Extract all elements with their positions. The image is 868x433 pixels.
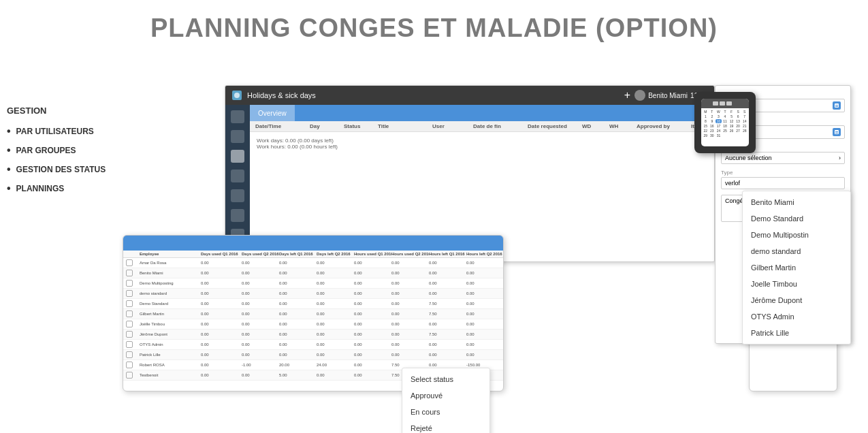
- sidebar-calendar-icon[interactable]: [231, 150, 244, 163]
- table-row: Benito Miami0.000.000.000.000.000.000.00…: [123, 268, 503, 278]
- status-select-status[interactable]: Select status: [402, 371, 489, 387]
- row-checkbox[interactable]: [126, 372, 133, 379]
- employee-name: Robert ROSA: [140, 363, 201, 367]
- svg-rect-1: [713, 101, 718, 106]
- sidebar-home-icon[interactable]: [231, 110, 244, 123]
- dropdown-item-patrick[interactable]: Patrick Lille: [743, 325, 850, 341]
- status-approuve[interactable]: Approuvé: [402, 387, 489, 404]
- cell-value: 0.00: [279, 291, 317, 295]
- cell-value: 0.00: [429, 363, 466, 367]
- table-row: Joëlle Timbou0.000.000.000.000.000.000.0…: [123, 319, 503, 330]
- dropdown-item-jerome[interactable]: Jérôme Dupont: [743, 292, 850, 308]
- employee-name: OTYS Admin: [140, 342, 201, 347]
- dropdown-item-demo-multipostin[interactable]: Demo Multipostin: [743, 227, 850, 243]
- list-item-plannings: PLANNINGS: [7, 182, 157, 195]
- info-rows: Work days: 0.00 (0.00 days left) Work ho…: [250, 132, 714, 155]
- date-fin-cal-btn[interactable]: [833, 128, 841, 136]
- dropdown-item-otys[interactable]: OTYS Admin: [743, 308, 850, 325]
- status-dropdown: Select status Approuvé En cours Rejeté: [402, 368, 490, 433]
- sidebar-doc-icon[interactable]: [231, 189, 244, 202]
- cell-value: 24.00: [317, 363, 354, 367]
- row-checkbox[interactable]: [126, 351, 133, 358]
- employee-name: Demo Standard: [140, 302, 201, 306]
- cell-value: 0.00: [466, 342, 503, 347]
- cell-value: 0.00: [279, 322, 317, 326]
- cell-value: 0.00: [242, 332, 279, 336]
- user-select[interactable]: Aucune sélection ›: [721, 152, 845, 164]
- row-checkbox[interactable]: [126, 362, 133, 368]
- cell-value: 0.00: [466, 261, 503, 265]
- cell-value: 0.00: [242, 373, 279, 377]
- row-checkbox[interactable]: [126, 290, 133, 297]
- cell-value: 0.00: [391, 291, 429, 295]
- dropdown-item-benito[interactable]: Benito Miami: [743, 194, 850, 210]
- cell-value: 0.00: [466, 291, 503, 295]
- list-item-par-groupes: PAR GROUPES: [7, 144, 157, 157]
- row-checkbox[interactable]: [126, 310, 133, 317]
- dropdown-item-demo-standard-lower[interactable]: demo standard: [743, 243, 850, 259]
- cell-value: 0.00: [317, 322, 354, 326]
- employee-name: Joëlle Timbou: [140, 322, 201, 326]
- page-title: PLANNING CONGES ET MALADIE (OPTION): [0, 0, 868, 50]
- cell-value: 0.00: [391, 281, 429, 285]
- cell-value: 0.00: [242, 281, 279, 285]
- cell-value: 0.00: [354, 271, 391, 275]
- row-checkbox[interactable]: [126, 321, 133, 327]
- status-rejete[interactable]: Rejeté: [402, 420, 489, 433]
- app-title: Holidays & sick days: [247, 91, 619, 99]
- svg-rect-5: [835, 105, 838, 106]
- employee-name: Patrick Lille: [140, 353, 201, 357]
- col-user: User: [432, 123, 473, 129]
- cell-value: 0.00: [429, 281, 466, 285]
- sidebar-chart-icon[interactable]: [231, 170, 244, 182]
- cell-value: 0.00: [279, 332, 317, 336]
- sidebar-user-icon[interactable]: [231, 130, 244, 143]
- cell-value: 0.00: [429, 342, 466, 347]
- svg-rect-9: [835, 133, 838, 133]
- cell-value: 0.00: [354, 291, 391, 295]
- col-daterequested: Date requested: [528, 123, 582, 129]
- cell-value: 0.00: [391, 302, 429, 306]
- cal-header: [701, 99, 749, 108]
- cell-value: 0.00: [242, 312, 279, 316]
- cell-value: 0.00: [201, 302, 242, 306]
- date-debut-cal-btn[interactable]: [833, 101, 841, 110]
- bullet-list: PAR UTILISATEURS PAR GROUPES GESTION DES…: [7, 125, 157, 195]
- dropdown-item-joelle[interactable]: Joelle Timbou: [743, 276, 850, 292]
- add-button[interactable]: +: [624, 89, 630, 101]
- work-days-info: Work days: 0.00 (0.00 days left): [257, 138, 707, 144]
- row-checkbox[interactable]: [126, 341, 133, 348]
- list-item-par-utilisateurs: PAR UTILISATEURS: [7, 125, 157, 138]
- cell-value: 20.00: [279, 363, 317, 367]
- employee-name: Benito Miami: [140, 271, 201, 275]
- type-field: Type verlof: [721, 170, 845, 189]
- table-row: Demo Multiposting0.000.000.000.000.000.0…: [123, 278, 503, 289]
- cell-value: 5.00: [279, 373, 317, 377]
- sidebar-mail-icon[interactable]: [231, 209, 244, 222]
- cell-value: 0.00: [429, 353, 466, 357]
- cell-value: 0.00: [391, 353, 429, 357]
- col-title: Title: [378, 123, 432, 129]
- table-row: demo standard0.000.000.000.000.000.000.0…: [123, 289, 503, 299]
- cell-value: 0.00: [279, 271, 317, 275]
- table-row: Gilbert Martin0.000.000.000.000.000.007.…: [123, 309, 503, 319]
- row-checkbox[interactable]: [126, 280, 133, 287]
- row-checkbox[interactable]: [126, 331, 133, 338]
- tab-overview[interactable]: Overview: [250, 105, 295, 121]
- cell-value: 0.00: [201, 373, 242, 377]
- type-input[interactable]: verlof: [721, 177, 845, 189]
- cell-value: 0.00: [201, 332, 242, 336]
- cell-value: 7.50: [391, 363, 429, 367]
- cell-value: 0.00: [466, 302, 503, 306]
- row-checkbox[interactable]: [126, 259, 133, 266]
- cell-value: 0.00: [317, 332, 354, 336]
- cell-value: 0.00: [201, 363, 242, 367]
- row-checkbox[interactable]: [126, 270, 133, 276]
- cell-value: 0.00: [317, 261, 354, 265]
- left-panel: GESTION PAR UTILISATEURS PAR GROUPES GES…: [7, 106, 157, 202]
- list-item-gestion-des-status: GESTION DES STATUS: [7, 163, 157, 176]
- dropdown-item-demo-standard[interactable]: Demo Standard: [743, 210, 850, 227]
- dropdown-item-gilbert[interactable]: Gilbert Martin: [743, 259, 850, 276]
- status-en-cours[interactable]: En cours: [402, 404, 489, 420]
- row-checkbox[interactable]: [126, 300, 133, 307]
